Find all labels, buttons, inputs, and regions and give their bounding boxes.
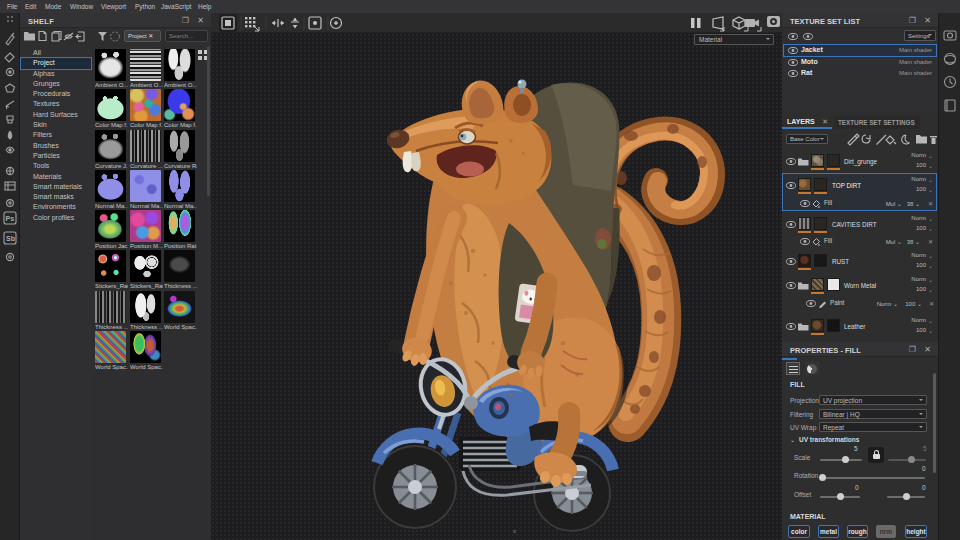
svg-text:Ps: Ps [6,215,15,222]
svg-text:Sb: Sb [6,235,15,242]
